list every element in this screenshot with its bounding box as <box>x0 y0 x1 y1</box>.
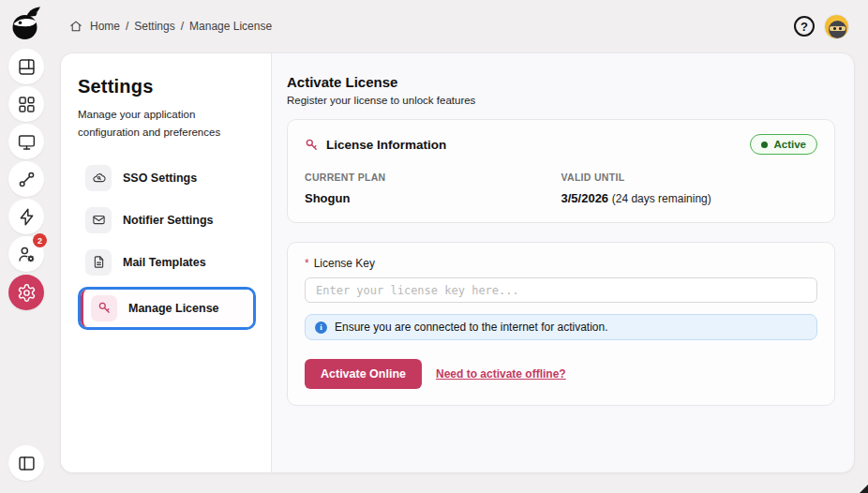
rail-button-apps[interactable] <box>8 86 44 122</box>
main-canvas: Settings Manage your application configu… <box>60 52 855 473</box>
status-badge-label: Active <box>773 139 806 150</box>
question-mark-icon: ? <box>801 20 808 34</box>
rail-button-monitor[interactable] <box>8 124 44 159</box>
rail-button-panel-toggle[interactable] <box>8 445 44 481</box>
app-grid-icon <box>17 95 37 114</box>
menu-item-sso-settings[interactable]: SSO Settings <box>78 160 256 196</box>
valid-until-date: 3/5/2026 <box>561 191 609 205</box>
status-badge: Active <box>750 134 817 155</box>
topbar-actions: ? <box>794 14 855 39</box>
avatar-ninja-eye <box>833 27 836 30</box>
breadcrumb-current: Manage License <box>189 20 272 33</box>
valid-until-value: 3/5/2026 (24 days remaining) <box>561 191 818 205</box>
home-icon <box>69 20 82 33</box>
app-window: 2 Home / Settings / Manage Licen <box>0 0 868 493</box>
git-branch-icon <box>17 170 37 189</box>
rail-button-user-management[interactable]: 2 <box>8 236 44 272</box>
key-icon <box>305 138 319 152</box>
license-key-field-label: * License Key <box>305 257 817 270</box>
cloud-sso-icon <box>85 165 112 191</box>
monitor-icon <box>17 132 37 152</box>
settings-nav-panel: Settings Manage your application configu… <box>61 53 272 472</box>
content-area: Activate License Register your license t… <box>272 53 854 472</box>
page-subtitle: Register your license to unlock features <box>287 95 835 106</box>
valid-until-label: VALID UNTIL <box>561 172 818 183</box>
settings-panel-title: Settings <box>78 76 256 97</box>
rail-button-actions[interactable] <box>8 199 44 234</box>
breadcrumb-home[interactable]: Home <box>90 20 120 33</box>
notification-badge: 2 <box>33 233 47 247</box>
license-card-title: License Information <box>326 138 446 152</box>
avatar-ninja-eye <box>839 27 842 30</box>
current-plan-label: CURRENT PLAN <box>305 172 561 183</box>
menu-item-label: Manage License <box>128 302 219 315</box>
activate-online-button[interactable]: Activate Online <box>305 359 422 389</box>
icon-rail: 2 <box>0 0 52 493</box>
info-banner: i Ensure you are connected to the intern… <box>305 314 817 340</box>
page-title: Activate License <box>287 74 835 90</box>
menu-item-label: SSO Settings <box>123 172 197 185</box>
breadcrumb-settings[interactable]: Settings <box>134 20 174 33</box>
license-information-card: License Information Active CURRENT PLAN … <box>287 119 835 223</box>
mail-icon <box>85 207 112 233</box>
rail-button-layout[interactable] <box>8 49 44 84</box>
ninja-logo-icon <box>7 5 45 42</box>
menu-item-label: Notifier Settings <box>123 214 214 227</box>
valid-until-note: (24 days remaining) <box>612 192 711 205</box>
license-card-header: License Information Active <box>305 134 817 155</box>
help-button[interactable]: ? <box>794 16 815 37</box>
user-settings-icon <box>17 245 37 264</box>
layout-panels-icon <box>17 57 37 77</box>
breadcrumb-separator: / <box>126 20 128 33</box>
required-marker: * <box>305 257 309 270</box>
panel-toggle-icon <box>17 454 37 473</box>
breadcrumb: Home / Settings / Manage License <box>60 20 272 33</box>
license-key-label-text: License Key <box>314 257 375 270</box>
activation-form-card: * License Key i Ensure you are connected… <box>287 242 835 406</box>
menu-item-notifier-settings[interactable]: Notifier Settings <box>78 202 256 238</box>
current-plan-column: CURRENT PLAN Shogun <box>305 172 561 205</box>
avatar-ninja-band <box>830 26 846 31</box>
settings-menu: SSO Settings Notifier Settings <box>78 160 256 330</box>
info-banner-text: Ensure you are connected to the internet… <box>335 321 608 334</box>
top-bar: Home / Settings / Manage License ? <box>60 0 855 52</box>
file-text-icon <box>85 249 112 276</box>
license-details: CURRENT PLAN Shogun VALID UNTIL 3/5/2026… <box>305 172 817 205</box>
brand-logo[interactable] <box>7 5 45 42</box>
current-plan-value: Shogun <box>305 191 561 205</box>
window-resize-grip[interactable] <box>860 485 868 493</box>
license-key-input[interactable] <box>305 277 817 303</box>
form-actions: Activate Online Need to activate offline… <box>305 359 817 389</box>
valid-until-column: VALID UNTIL 3/5/2026 (24 days remaining) <box>561 172 818 205</box>
settings-gear-icon <box>17 283 37 303</box>
status-dot-icon <box>761 142 768 148</box>
key-icon <box>91 295 117 321</box>
settings-panel-description: Manage your application configuration an… <box>78 106 256 142</box>
menu-item-label: Mail Templates <box>123 256 206 269</box>
menu-item-manage-license[interactable]: Manage License <box>81 290 253 327</box>
rail-button-settings-active[interactable] <box>8 275 44 310</box>
info-icon: i <box>315 321 327 334</box>
breadcrumb-separator: / <box>181 20 184 33</box>
activate-offline-link[interactable]: Need to activate offline? <box>436 367 566 381</box>
menu-item-manage-license-selection-ring: Manage License <box>78 287 256 330</box>
user-avatar[interactable] <box>824 14 849 39</box>
menu-item-mail-templates[interactable]: Mail Templates <box>78 245 256 280</box>
zap-icon <box>17 207 37 227</box>
rail-button-pipeline[interactable] <box>8 161 44 197</box>
